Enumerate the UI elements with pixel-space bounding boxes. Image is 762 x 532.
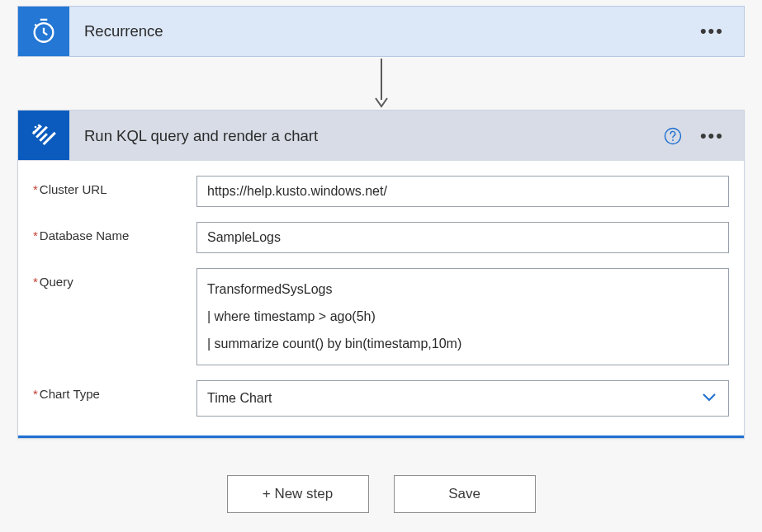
kql-form: Cluster URL Database Name Query Transfor… (18, 161, 744, 438)
chart-type-value: Time Chart (207, 391, 272, 406)
row-db-name: Database Name (33, 222, 729, 253)
row-cluster-url: Cluster URL (33, 176, 729, 207)
svg-point-7 (33, 131, 35, 134)
svg-point-8 (38, 125, 40, 127)
row-chart-type: Chart Type Time Chart (33, 380, 729, 417)
db-name-input[interactable] (196, 222, 729, 253)
svg-point-6 (35, 126, 37, 129)
recurrence-icon (18, 7, 69, 56)
query-input[interactable]: TransformedSysLogs | where timestamp > a… (196, 268, 729, 365)
kql-card-header[interactable]: Run KQL query and render a chart ••• (18, 110, 744, 161)
new-step-button[interactable]: + New step (227, 475, 369, 513)
svg-point-10 (672, 139, 674, 141)
label-query: Query (33, 268, 196, 289)
label-cluster-url: Cluster URL (33, 176, 196, 196)
save-label: Save (448, 486, 480, 502)
chart-type-select[interactable]: Time Chart (196, 380, 729, 417)
label-db-name: Database Name (33, 222, 196, 242)
designer-canvas: Recurrence ••• (0, 0, 762, 532)
label-chart-type: Chart Type (33, 380, 196, 401)
row-query: Query TransformedSysLogs | where timesta… (33, 268, 729, 365)
recurrence-card[interactable]: Recurrence ••• (17, 6, 745, 57)
connector-arrow (17, 57, 745, 110)
save-button[interactable]: Save (394, 475, 536, 513)
kql-icon (18, 111, 69, 160)
kql-title: Run KQL query and render a chart (69, 111, 664, 161)
chevron-down-icon (700, 388, 718, 409)
help-icon[interactable] (664, 127, 682, 145)
kql-card: Run KQL query and render a chart ••• Clu… (17, 110, 745, 439)
cluster-url-input[interactable] (196, 176, 729, 207)
svg-rect-5 (43, 132, 56, 145)
kql-actions: ••• (664, 111, 744, 161)
recurrence-actions: ••• (700, 7, 744, 56)
new-step-label: + New step (263, 486, 334, 502)
recurrence-title: Recurrence (69, 7, 700, 56)
footer-actions: + New step Save (17, 475, 745, 513)
